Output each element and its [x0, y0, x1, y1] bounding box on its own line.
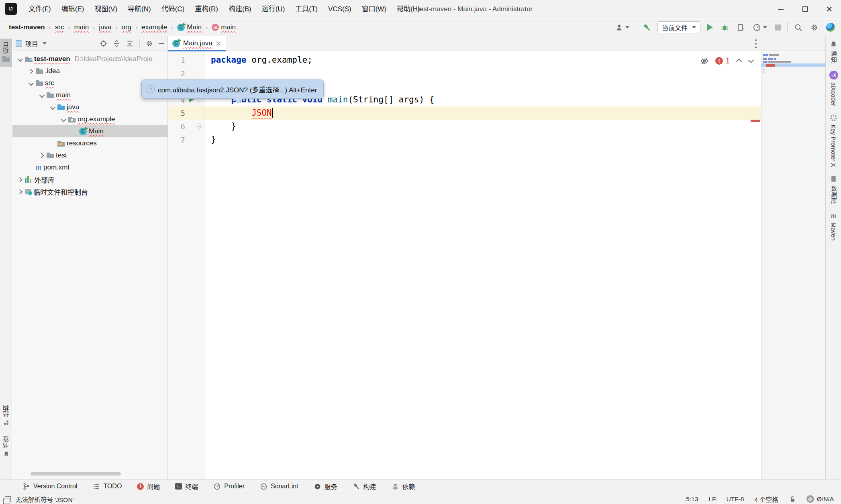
stripe-button-maven[interactable]: mMaven: [826, 208, 841, 245]
tab-main-java[interactable]: C Main.java: [168, 36, 226, 51]
next-error-icon[interactable]: [748, 58, 754, 63]
highlight-level-icon[interactable]: [700, 56, 709, 65]
toolwindow-button-终端[interactable]: ›_终端: [174, 480, 200, 492]
debug-button[interactable]: [719, 22, 730, 33]
breadcrumb-item-main[interactable]: CMain: [176, 22, 203, 32]
expand-all-button[interactable]: [113, 40, 120, 47]
toolwindow-button-sonarlint[interactable]: SonarLint: [258, 482, 300, 492]
gutter-line-7[interactable]: 7: [168, 133, 204, 146]
breadcrumb-item-test-maven[interactable]: test-maven: [7, 22, 47, 32]
run-configuration-select[interactable]: 当前文件: [657, 21, 700, 33]
breadcrumb-item-java[interactable]: java: [97, 22, 113, 32]
project-panel-title[interactable]: 项目: [16, 39, 47, 48]
memory-indicator[interactable]: ⊘ Ø/N/A: [806, 495, 834, 503]
toolwindow-button-todo[interactable]: TODO: [91, 482, 123, 492]
menu-b[interactable]: 构建(B): [223, 0, 257, 18]
stripe-button-结构[interactable]: 结构: [0, 402, 12, 429]
menu-w[interactable]: 窗口(W): [357, 0, 392, 18]
run-coverage-button[interactable]: [735, 22, 746, 33]
code-line-2[interactable]: [204, 67, 761, 80]
tree-item-Main[interactable]: CMain: [12, 125, 167, 137]
tab-close-icon[interactable]: [216, 41, 221, 46]
stripe-button-书签[interactable]: 书签: [0, 433, 12, 461]
stripe-button-通知[interactable]: 通知: [826, 36, 841, 67]
panel-settings-button[interactable]: [145, 40, 153, 47]
build-project-button[interactable]: [641, 22, 652, 33]
tab-options-icon[interactable]: [755, 39, 757, 48]
chevron-down-icon[interactable]: [28, 80, 34, 86]
stripe-button-aixcoder[interactable]: ~XaiXcoder: [826, 67, 841, 110]
search-everywhere-button[interactable]: [793, 22, 804, 33]
tree-item-pom-xml[interactable]: mpom.xml: [12, 161, 167, 173]
readonly-lock-icon[interactable]: [789, 496, 796, 503]
toolwindow-button-构建[interactable]: 构建: [351, 480, 378, 492]
code-minimap[interactable]: [761, 51, 825, 479]
menu-s[interactable]: VCS(S): [323, 0, 357, 18]
close-button[interactable]: [817, 0, 841, 18]
toolwindow-button-version-control[interactable]: Version Control: [21, 482, 79, 492]
tree-item--idea[interactable]: .idea: [12, 65, 167, 77]
breadcrumb-item-example[interactable]: example: [140, 22, 169, 32]
stripe-button-key-promoter-x[interactable]: Key Promoter X: [826, 110, 841, 171]
code-line-1[interactable]: package org.example;: [204, 53, 761, 67]
menu-u[interactable]: 运行(U): [257, 0, 290, 18]
menu-r[interactable]: 重构(R): [190, 0, 223, 18]
line-separator[interactable]: LF: [708, 496, 716, 503]
maximize-button[interactable]: [793, 0, 817, 18]
code-line-7[interactable]: }: [204, 133, 761, 146]
error-count-badge[interactable]: ! 1: [715, 57, 730, 65]
tree-item-resources[interactable]: resources: [12, 137, 167, 149]
tree-item-java[interactable]: java: [12, 101, 167, 113]
import-suggestion-tooltip[interactable]: ? com.alibaba.fastjson2.JSON? (多重选择...) …: [141, 80, 324, 99]
tree-item-org-example[interactable]: org.example: [12, 113, 167, 125]
caret-position[interactable]: 5:13: [686, 496, 698, 503]
toolwindow-button-问题[interactable]: !问题: [135, 480, 161, 492]
collapse-all-button[interactable]: [126, 40, 134, 47]
code-line-5[interactable]: JSON: [204, 106, 761, 120]
error-stripe-mark[interactable]: [751, 120, 760, 122]
menu-e[interactable]: 编辑(E): [56, 0, 90, 18]
fold-end-icon[interactable]: [196, 123, 203, 129]
gutter-line-1[interactable]: 1: [168, 53, 204, 67]
tree-item-test-maven[interactable]: test-maven D:\IdeaProjects\IdeaProje: [12, 53, 167, 65]
code-line-6[interactable]: }: [204, 120, 761, 133]
profiler-button[interactable]: [751, 22, 768, 33]
toolwindow-toggle-icon[interactable]: [5, 496, 11, 502]
menu-c[interactable]: 代码(C): [156, 0, 190, 18]
stop-button[interactable]: [774, 23, 782, 32]
locate-file-button[interactable]: [100, 40, 107, 47]
chevron-right-icon[interactable]: [39, 153, 45, 158]
gutter-line-5[interactable]: 5: [168, 106, 204, 120]
breadcrumb-item-org[interactable]: org: [120, 22, 133, 32]
file-encoding[interactable]: UTF-8: [726, 496, 744, 503]
breadcrumb-item-main[interactable]: main: [72, 22, 90, 32]
chevron-down-icon[interactable]: [39, 92, 45, 98]
menu-t[interactable]: 工具(T): [290, 0, 323, 18]
breadcrumb-item-main[interactable]: mmain: [210, 22, 237, 32]
previous-error-icon[interactable]: [736, 58, 742, 63]
horizontal-scrollbar[interactable]: [31, 472, 121, 475]
chevron-right-icon[interactable]: [28, 68, 34, 74]
indent-setting[interactable]: 4 个空格: [754, 495, 778, 504]
tree-item-临时文件和控制台[interactable]: 临时文件和控制台: [12, 186, 167, 198]
editor-gutter[interactable]: 1234567: [168, 51, 204, 479]
stripe-button-数据库[interactable]: 数据库: [826, 171, 841, 208]
toolwindow-button-依赖[interactable]: 依赖: [390, 480, 417, 492]
run-button[interactable]: [706, 22, 714, 32]
toolwindow-button-服务[interactable]: 服务: [312, 480, 339, 492]
menu-n[interactable]: 导航(N): [122, 0, 156, 18]
profile-user-button[interactable]: [614, 22, 631, 33]
minimize-button[interactable]: [769, 0, 793, 18]
settings-button[interactable]: [809, 22, 820, 33]
menu-v[interactable]: 视图(V): [89, 0, 122, 18]
chevron-down-icon[interactable]: [61, 116, 66, 122]
stripe-button-项目[interactable]: 项目: [0, 39, 12, 67]
toolwindow-button-profiler[interactable]: Profiler: [212, 482, 246, 492]
menu-f[interactable]: 文件(F): [23, 0, 56, 18]
chevron-down-icon[interactable]: [17, 56, 23, 62]
gutter-line-6[interactable]: 6: [168, 120, 204, 133]
tree-item-外部库[interactable]: 外部库: [12, 173, 167, 186]
chevron-down-icon[interactable]: [50, 104, 55, 110]
chevron-right-icon[interactable]: [17, 189, 23, 194]
chevron-right-icon[interactable]: [17, 177, 23, 182]
